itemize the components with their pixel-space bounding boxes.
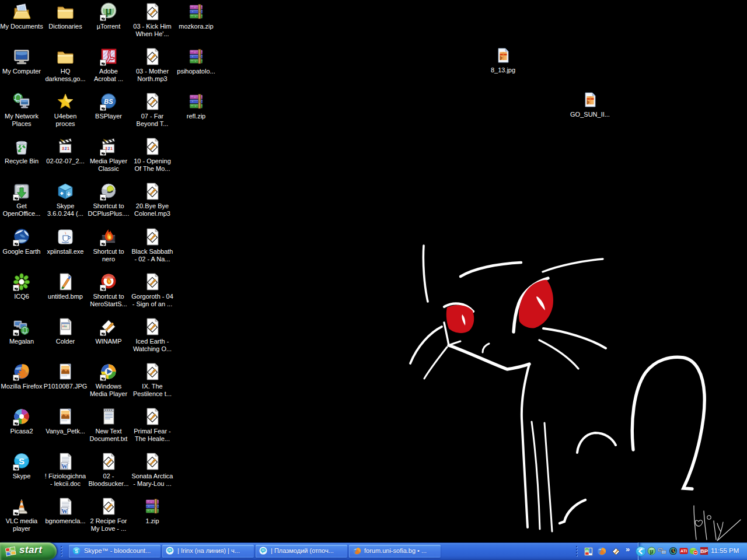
svg-text:ATI: ATI — [680, 549, 687, 553]
svg-text:S: S — [75, 548, 78, 554]
svg-text:BP: BP — [700, 548, 708, 554]
svg-text:µ: µ — [650, 548, 654, 555]
